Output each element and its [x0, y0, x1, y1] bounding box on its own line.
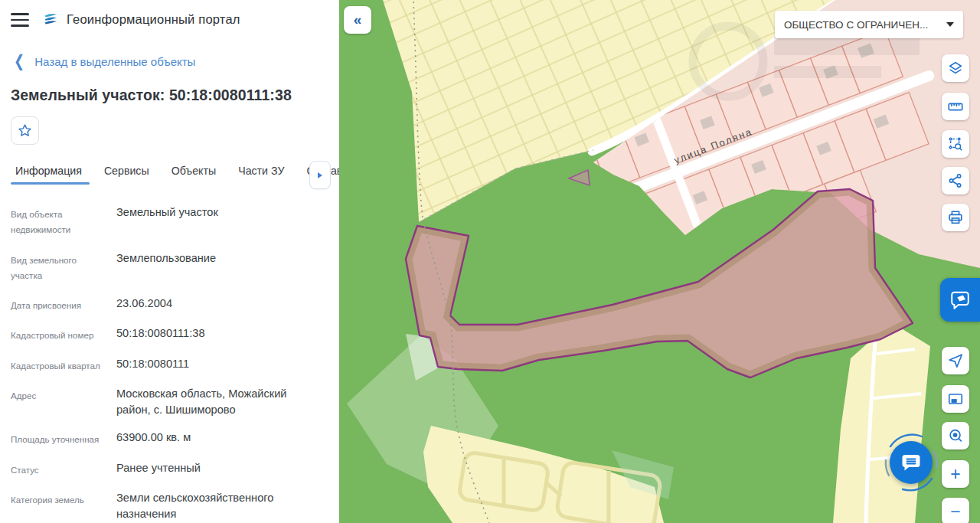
share-icon	[947, 172, 964, 189]
layers-button[interactable]	[942, 54, 969, 82]
parcel-info-icon	[949, 289, 971, 311]
ruler-icon	[947, 98, 964, 115]
field-value: Земли сельскохозяйственного назначения	[116, 490, 305, 521]
share-button[interactable]	[942, 167, 969, 194]
location-search-button[interactable]	[942, 422, 969, 449]
minimap-button[interactable]	[942, 385, 969, 413]
field-row: Вид объекта недвижимости Земельный участ…	[11, 204, 328, 238]
field-value: 50:18:0080111	[116, 356, 189, 374]
layers-icon	[947, 60, 964, 77]
field-label: Кадастровый квартал	[11, 356, 107, 374]
area-search-icon	[947, 136, 964, 152]
tab-services[interactable]: Сервисы	[104, 165, 149, 185]
zoom-in-button[interactable]: +	[942, 460, 969, 488]
geoportal-app: Геоинформационный портал ❮ Назад в выдел…	[0, 0, 980, 523]
parcel-info-tool-button[interactable]	[940, 278, 980, 322]
object-attributes: Вид объекта недвижимости Земельный участ…	[11, 204, 328, 523]
field-label: Дата присвоения	[11, 296, 107, 313]
app-logo-icon	[42, 11, 59, 28]
field-label: Статус	[11, 460, 107, 478]
my-location-button[interactable]	[942, 347, 969, 374]
field-label: Категория земель	[11, 490, 107, 521]
field-label: Площадь уточненная	[11, 430, 107, 447]
field-label: Адрес	[11, 386, 107, 417]
field-row: Вид земельного участка Землепользование	[11, 250, 328, 284]
measure-button[interactable]	[942, 93, 969, 120]
menu-icon[interactable]	[11, 13, 29, 27]
zoom-in-icon: +	[950, 466, 960, 483]
navigation-icon	[947, 352, 964, 369]
chat-icon	[900, 451, 923, 474]
field-value: 23.06.2004	[116, 296, 172, 313]
field-row: Дата присвоения 23.06.2004	[11, 296, 328, 313]
zoom-out-button[interactable]: −	[942, 498, 969, 523]
back-link-label: Назад в выделенные объекты	[34, 55, 195, 68]
print-button[interactable]	[942, 204, 969, 231]
zoom-out-icon: −	[950, 503, 960, 521]
field-row: Кадастровый квартал 50:18:0080111	[11, 356, 328, 374]
field-value: Московская область, Можайский район, с. …	[116, 386, 305, 417]
field-row: Адрес Московская область, Можайский райо…	[11, 386, 328, 417]
object-info-panel: Геоинформационный портал ❮ Назад в выдел…	[0, 0, 339, 523]
app-title: Геоинформационный портал	[67, 12, 240, 27]
star-icon	[17, 123, 33, 139]
map-canvas[interactable]: улица Поляна	[339, 0, 980, 523]
field-label: Кадастровый номер	[11, 325, 107, 343]
back-chevron-icon: ❮	[14, 51, 24, 71]
field-value: Землепользование	[116, 250, 216, 284]
print-icon	[947, 209, 964, 226]
field-row: Статус Ранее учтенный	[11, 460, 328, 478]
field-value: 63900.00 кв. м	[116, 430, 191, 447]
minimap-icon	[947, 391, 964, 407]
field-row: Категория земель Земли сельскохозяйствен…	[11, 490, 328, 521]
tab-information[interactable]: Информация	[15, 165, 82, 185]
organization-dropdown[interactable]: ОБЩЕСТВО С ОГРАНИЧЕН...	[775, 11, 963, 38]
tab-objects[interactable]: Объекты	[172, 165, 217, 185]
favorite-button[interactable]	[11, 116, 39, 145]
panel-header: Геоинформационный портал	[0, 0, 339, 28]
tab-parcel-parts[interactable]: Части ЗУ	[238, 165, 284, 185]
tab-scroll-right-button[interactable]	[309, 161, 331, 189]
tab-scroll-right-icon	[318, 172, 322, 178]
area-search-button[interactable]	[942, 130, 969, 158]
field-value: 50:18:0080111:38	[116, 325, 205, 343]
page-title: Земельный участок: 50:18:0080111:38	[11, 87, 328, 104]
field-value: Земельный участок	[116, 204, 218, 238]
collapse-sidebar-icon: «	[354, 11, 362, 28]
field-row: Кадастровый номер 50:18:0080111:38	[11, 325, 328, 343]
location-search-icon	[947, 427, 964, 444]
organization-dropdown-value: ОБЩЕСТВО С ОГРАНИЧЕН...	[784, 19, 940, 31]
tab-bar: Информация Сервисы Объекты Части ЗУ Сост…	[15, 163, 328, 185]
back-link[interactable]: ❮ Назад в выделенные объекты	[14, 54, 328, 70]
basemap: улица Поляна	[339, 0, 980, 523]
field-label: Вид объекта недвижимости	[11, 204, 107, 238]
chat-button[interactable]	[890, 441, 933, 484]
field-value: Ранее учтенный	[116, 460, 201, 478]
dropdown-caret-icon	[946, 22, 954, 27]
collapse-sidebar-button[interactable]: «	[344, 6, 371, 34]
field-row: Площадь уточненная 63900.00 кв. м	[11, 430, 328, 447]
field-label: Вид земельного участка	[11, 250, 107, 284]
